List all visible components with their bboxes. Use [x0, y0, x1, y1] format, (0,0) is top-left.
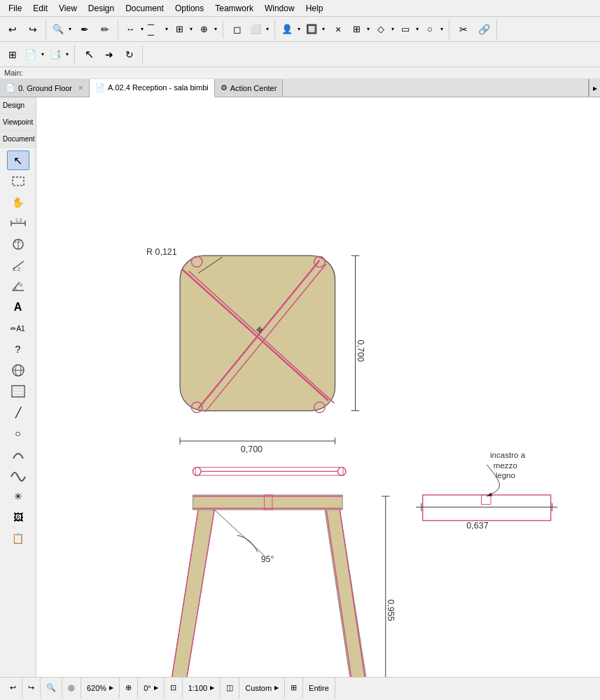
guide-arrow[interactable]: ▾ [187, 20, 195, 38]
tab-action-center[interactable]: ⚙ Action Center [215, 79, 284, 97]
plan2-split[interactable]: 📑 ▾ [48, 46, 71, 64]
image-tool[interactable]: 🖼 [7, 507, 29, 527]
wave-tool[interactable] [7, 465, 29, 485]
cursor-icon-status[interactable]: ⊕ [120, 678, 138, 698]
scale-status[interactable]: 1:100 ▶ [183, 678, 221, 698]
star-tool[interactable]: ✳ [7, 486, 29, 506]
menu-window[interactable]: Window [259, 2, 300, 15]
globe-tool[interactable] [7, 360, 29, 380]
tab-reception[interactable]: 📄 A.02.4 Reception - sala bimbi [90, 79, 215, 97]
measure2-tool[interactable]: 1.2 [7, 234, 29, 254]
cross-btn[interactable]: × [328, 20, 348, 39]
undo-button[interactable]: ↩ [3, 20, 22, 39]
measure1-tool[interactable]: 1.2 [7, 214, 29, 233]
magic-wand-btn[interactable]: ✒ [75, 20, 95, 39]
zoom-split[interactable]: 🔍 ▾ [50, 20, 74, 38]
grid-view-btn[interactable]: ⊞ [3, 45, 22, 64]
diamond-main[interactable]: ◇ [373, 20, 389, 38]
tab-ground-floor-close[interactable]: ✕ [78, 84, 83, 92]
elem-arrow[interactable]: ▾ [295, 20, 303, 38]
circle-tool[interactable]: ○ [7, 424, 29, 443]
view-split[interactable]: ⬜ ▾ [248, 20, 272, 38]
plan-split[interactable]: 📄 ▾ [23, 46, 47, 64]
redo-button[interactable]: ↪ [23, 20, 43, 39]
undo-status[interactable]: ↩ [4, 678, 22, 698]
tool-split[interactable]: 🔲 ▾ [304, 20, 328, 38]
menu-help[interactable]: Help [300, 2, 329, 15]
menu-view[interactable]: View [53, 2, 83, 15]
line-split[interactable]: ─ ─ ▾ [147, 20, 171, 38]
tool-main[interactable]: 🔲 [304, 20, 319, 38]
elem-main[interactable]: 👤 [279, 20, 295, 38]
link-btn[interactable]: 🔗 [474, 20, 494, 39]
hand-tool[interactable]: ✋ [7, 192, 29, 212]
hatch-tool[interactable] [7, 382, 29, 401]
plan2-arrow[interactable]: ▾ [63, 46, 71, 64]
clipboard-tool[interactable]: 📋 [7, 528, 29, 548]
outline-btn[interactable]: ◻ [228, 20, 247, 39]
grid-split[interactable]: ⊕ ▾ [196, 20, 220, 38]
circle-split[interactable]: ○ ▾ [422, 20, 446, 38]
camera-status[interactable]: ◎ [62, 678, 81, 698]
zoom-btn[interactable]: 🔍 [50, 20, 66, 38]
tabs-scroll[interactable]: ▸ [589, 79, 600, 97]
grid-arrow[interactable]: ▾ [211, 20, 220, 38]
zoom-arrow[interactable]: ▾ [66, 20, 74, 38]
guide-main[interactable]: ⊞ [172, 20, 187, 38]
panel-tab-document[interactable]: Document [0, 131, 36, 148]
guide-split[interactable]: ⊞ ▾ [172, 20, 195, 38]
circle-arrow[interactable]: ▾ [438, 20, 446, 38]
menu-document[interactable]: Document [120, 2, 169, 15]
diamond-split[interactable]: ◇ ▾ [373, 20, 397, 38]
plan-arrow[interactable]: ▾ [39, 46, 47, 64]
plan-main[interactable]: 📄 [23, 46, 39, 64]
line-arrow[interactable]: ▾ [162, 20, 171, 38]
entire-status[interactable]: Entire [303, 678, 335, 698]
redo-status[interactable]: ↪ [22, 678, 41, 698]
grid-main[interactable]: ⊕ [196, 20, 211, 38]
zoom-status[interactable]: 🔍 [41, 678, 62, 698]
box-arrow[interactable]: ▾ [364, 20, 372, 38]
circle-main[interactable]: ○ [422, 20, 438, 38]
text2-tool[interactable]: ✏A1 [7, 318, 29, 338]
grid-status[interactable]: ⊞ [285, 678, 303, 698]
panel-tab-viewpoint[interactable]: Viewpoint [0, 114, 36, 131]
view-arrow[interactable]: ▾ [263, 20, 272, 38]
diamond-arrow[interactable]: ▾ [389, 20, 397, 38]
menu-file[interactable]: File [3, 2, 27, 15]
zoom-level[interactable]: 620% ▶ [81, 678, 120, 698]
cursor-btn[interactable]: ↖ [79, 45, 99, 64]
menu-teamwork[interactable]: Teamwork [209, 2, 259, 15]
box-main[interactable]: ⊞ [349, 20, 364, 38]
tool-arrow[interactable]: ▾ [319, 20, 328, 38]
rotate-btn[interactable]: ↻ [120, 45, 139, 64]
custom-status[interactable]: Custom ▶ [239, 678, 285, 698]
angle-status[interactable]: 0° ▶ [138, 678, 165, 698]
panel-tab-design[interactable]: Design [0, 97, 36, 114]
rect-split[interactable]: ▭ ▾ [398, 20, 421, 38]
snap-main[interactable]: ↔ [123, 20, 138, 38]
plan2-main[interactable]: 📑 [48, 46, 63, 64]
rect-select-tool[interactable] [7, 172, 29, 191]
angle-tool[interactable]: α [7, 276, 29, 296]
view-main[interactable]: ⬜ [248, 20, 263, 38]
layer-icon-status[interactable]: ◫ [221, 678, 239, 698]
box-split[interactable]: ⊞ ▾ [349, 20, 372, 38]
snap-arrow[interactable]: ▾ [138, 20, 146, 38]
menu-edit[interactable]: Edit [27, 2, 53, 15]
info-tool[interactable]: ? [7, 340, 29, 359]
cursor2-btn[interactable]: ➜ [99, 45, 119, 64]
viewport-icon-status[interactable]: ⊡ [165, 678, 183, 698]
select-tool[interactable]: ↖ [7, 150, 29, 170]
rect-main[interactable]: ▭ [398, 20, 413, 38]
pencil-btn[interactable]: ✏ [95, 20, 115, 39]
tab-ground-floor[interactable]: 📄 0. Ground Floor ✕ [0, 79, 90, 97]
menu-design[interactable]: Design [83, 2, 120, 15]
arc-tool[interactable] [7, 444, 29, 464]
snap-split[interactable]: ↔ ▾ [123, 20, 146, 38]
cut-tool[interactable]: 1.2 [7, 255, 29, 275]
rect-arrow[interactable]: ▾ [413, 20, 421, 38]
line-main[interactable]: ─ ─ [147, 20, 162, 38]
elem-split[interactable]: 👤 ▾ [279, 20, 303, 38]
text-tool[interactable]: A [7, 298, 29, 317]
